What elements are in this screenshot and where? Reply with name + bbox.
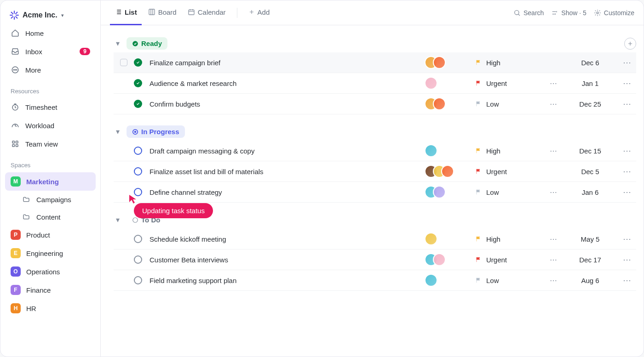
task-priority[interactable]: Low (475, 100, 544, 108)
task-date[interactable]: Dec 17 (563, 256, 618, 264)
task-subtasks[interactable]: ⋯ (544, 255, 563, 264)
nav-inbox[interactable]: Inbox 9 (5, 43, 96, 60)
task-priority[interactable]: Urgent (475, 256, 544, 264)
task-avatars[interactable] (425, 77, 475, 90)
collapse-icon[interactable]: ▾ (114, 40, 122, 48)
task-row[interactable]: Draft campaign messaging & copy High ⋯ D… (114, 141, 636, 161)
task-row[interactable]: Audience & market research Urgent ⋯ Jan … (114, 73, 636, 94)
task-status-icon[interactable] (134, 276, 142, 284)
more-dots-icon: ⋯ (550, 147, 557, 155)
task-priority[interactable]: Urgent (475, 168, 544, 176)
task-status-icon[interactable] (134, 58, 142, 67)
add-task-button[interactable] (624, 38, 636, 50)
space-badge: F (11, 285, 21, 295)
svg-point-2 (15, 69, 16, 70)
workspace-switcher[interactable]: Acme Inc. ▾ (5, 7, 96, 23)
task-subtasks[interactable]: ⋯ (544, 100, 563, 108)
space-item-finance[interactable]: FFinance (5, 281, 96, 299)
space-child-content[interactable]: Content (5, 208, 96, 226)
task-more[interactable]: ⋯ (618, 146, 636, 156)
task-avatars[interactable] (425, 186, 475, 198)
group-header: ▾ In Progress (114, 123, 636, 141)
space-item-product[interactable]: PProduct (5, 226, 96, 244)
task-date[interactable]: Aug 6 (563, 277, 618, 284)
task-priority[interactable]: High (475, 59, 544, 67)
folder-icon (22, 195, 31, 204)
nav-more[interactable]: More (5, 61, 96, 79)
task-avatars[interactable] (425, 56, 475, 69)
task-more[interactable]: ⋯ (618, 275, 636, 285)
status-pill[interactable]: In Progress (126, 125, 185, 138)
view-board[interactable]: Board (144, 0, 181, 25)
task-subtasks[interactable]: ⋯ (544, 147, 563, 155)
task-more[interactable]: ⋯ (618, 234, 636, 244)
avatar (441, 165, 454, 178)
space-item-operations[interactable]: OOperations (5, 262, 96, 281)
task-status-icon[interactable] (134, 100, 142, 108)
view-list[interactable]: List (110, 0, 142, 25)
plus-icon (248, 9, 255, 15)
customize-button[interactable]: Customize (594, 9, 634, 17)
task-title: Define channel strategy (150, 188, 425, 196)
task-priority[interactable]: Low (475, 188, 544, 196)
nav-teamview[interactable]: Team view (5, 135, 96, 153)
task-priority[interactable]: High (475, 147, 544, 155)
nav-timesheet[interactable]: Timesheet (5, 98, 96, 116)
task-more[interactable]: ⋯ (618, 166, 636, 176)
task-checkbox[interactable] (120, 59, 127, 66)
task-avatars[interactable] (425, 253, 475, 266)
space-item-hr[interactable]: HHR (5, 299, 96, 317)
task-more[interactable]: ⋯ (618, 187, 636, 197)
view-add[interactable]: Add (244, 0, 275, 25)
task-more[interactable]: ⋯ (618, 78, 636, 88)
task-status-icon[interactable] (134, 255, 142, 264)
task-priority[interactable]: High (475, 235, 544, 243)
task-priority[interactable]: Low (475, 277, 544, 284)
task-more[interactable]: ⋯ (618, 99, 636, 109)
task-status-icon[interactable] (134, 79, 142, 87)
task-priority[interactable]: Urgent (475, 79, 544, 87)
task-date[interactable]: May 5 (563, 235, 618, 243)
status-pill[interactable]: Ready (126, 37, 167, 50)
task-row[interactable]: Schedule kickoff meeting High ⋯ May 5 ⋯ (114, 229, 636, 249)
collapse-icon[interactable]: ▾ (114, 216, 122, 224)
space-child-campaigns[interactable]: Campaigns (5, 191, 96, 208)
space-item-engineering[interactable]: EEngineering (5, 244, 96, 262)
task-subtasks[interactable]: ⋯ (544, 276, 563, 285)
nav-home[interactable]: Home (5, 24, 96, 42)
task-date[interactable]: Dec 5 (563, 168, 618, 176)
task-status-icon[interactable] (134, 235, 142, 243)
task-subtasks[interactable]: ⋯ (544, 235, 563, 244)
task-date[interactable]: Jan 1 (563, 79, 618, 87)
task-subtasks[interactable]: ⋯ (544, 79, 563, 88)
task-date[interactable]: Dec 15 (563, 147, 618, 155)
task-row[interactable]: Finalize asset list and bill of material… (114, 161, 636, 182)
task-row[interactable]: Define channel strategy Low ⋯ Jan 6 ⋯ (114, 182, 636, 203)
task-date[interactable]: Jan 6 (563, 188, 618, 196)
task-row[interactable]: Finalize campaign brief High Dec 6 ⋯ (114, 52, 636, 73)
view-calendar[interactable]: Calendar (183, 0, 230, 25)
nav-workload[interactable]: Workload (5, 117, 96, 134)
task-avatars[interactable] (425, 232, 475, 245)
task-date[interactable]: Dec 25 (563, 100, 618, 108)
task-row[interactable]: Confirm budgets Low ⋯ Dec 25 ⋯ (114, 94, 636, 114)
space-child-name: Campaigns (36, 196, 71, 204)
task-avatars[interactable] (425, 274, 475, 287)
task-status-icon[interactable] (134, 167, 142, 176)
task-status-icon[interactable] (134, 147, 142, 155)
inbox-badge: 9 (80, 48, 90, 55)
task-more[interactable]: ⋯ (618, 57, 636, 68)
task-row[interactable]: Customer Beta interviews Urgent ⋯ Dec 17… (114, 249, 636, 270)
task-subtasks[interactable]: ⋯ (544, 188, 563, 197)
task-date[interactable]: Dec 6 (563, 59, 618, 67)
search-button[interactable]: Search (513, 9, 544, 17)
task-row[interactable]: Field marketing support plan Low ⋯ Aug 6… (114, 270, 636, 291)
list-icon (115, 8, 122, 16)
task-more[interactable]: ⋯ (618, 255, 636, 265)
space-item-marketing[interactable]: MMarketing (5, 172, 96, 191)
task-avatars[interactable] (425, 97, 475, 110)
task-avatars[interactable] (425, 144, 475, 157)
show-button[interactable]: Show · 5 (551, 9, 586, 17)
task-avatars[interactable] (425, 165, 475, 178)
collapse-icon[interactable]: ▾ (114, 128, 122, 136)
